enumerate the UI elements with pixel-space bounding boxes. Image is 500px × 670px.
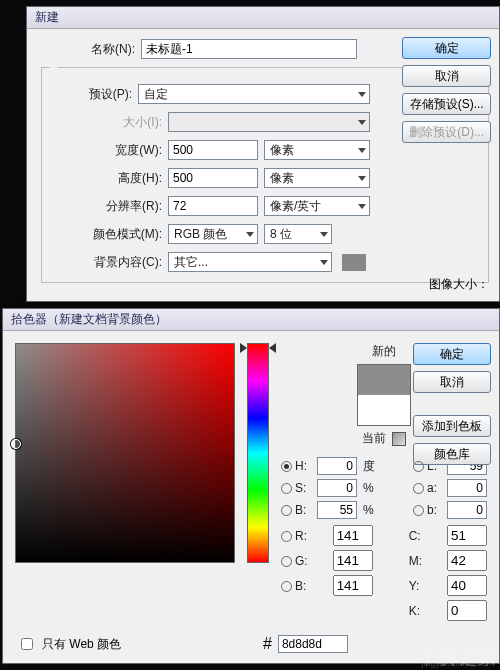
hex-input[interactable]	[278, 635, 348, 653]
m-label: M:	[409, 554, 439, 568]
size-label: 大小(I):	[52, 114, 162, 131]
radio-bc[interactable]	[281, 581, 292, 592]
add-swatch-button[interactable]: 添加到色板	[413, 415, 491, 437]
s-input[interactable]	[317, 479, 357, 497]
current-label: 当前	[362, 430, 386, 447]
preset-select[interactable]: 自定	[138, 84, 370, 104]
width-input[interactable]	[168, 140, 258, 160]
picker-ring-icon	[11, 439, 21, 449]
background-select[interactable]: 其它...	[168, 252, 332, 272]
new-dialog-buttons: 确定 取消 存储预设(S)... 删除预设(D)...	[402, 37, 491, 143]
preview-new	[358, 365, 410, 395]
resolution-label: 分辨率(R):	[52, 198, 162, 215]
width-label: 宽度(W):	[52, 142, 162, 159]
resolution-unit-select[interactable]: 像素/英寸	[264, 196, 370, 216]
bv-input[interactable]	[317, 501, 357, 519]
picker-ok-button[interactable]: 确定	[413, 343, 491, 365]
hex-label: #	[263, 635, 272, 653]
b-input[interactable]	[447, 501, 487, 519]
chevron-down-icon	[358, 120, 366, 125]
h-input[interactable]	[317, 457, 357, 475]
chevron-down-icon	[358, 204, 366, 209]
radio-l[interactable]	[413, 461, 424, 472]
name-label: 名称(N):	[41, 41, 135, 58]
new-label: 新的	[372, 343, 396, 360]
cube-icon[interactable]	[392, 432, 406, 446]
background-label: 背景内容(C):	[52, 254, 162, 271]
radio-b[interactable]	[413, 505, 424, 516]
bc-input[interactable]	[333, 575, 373, 596]
colormode-select[interactable]: RGB 颜色	[168, 224, 258, 244]
radio-g[interactable]	[281, 556, 292, 567]
picker-cancel-button[interactable]: 取消	[413, 371, 491, 393]
c-input[interactable]	[447, 525, 487, 546]
chevron-down-icon	[358, 176, 366, 181]
height-label: 高度(H):	[52, 170, 162, 187]
unit-deg: 度	[363, 458, 383, 475]
delete-preset-button: 删除预设(D)...	[402, 121, 491, 143]
size-select	[168, 112, 370, 132]
unit-pct: %	[363, 481, 383, 495]
name-input[interactable]	[141, 39, 357, 59]
chevron-down-icon	[320, 232, 328, 237]
colormode-label: 颜色模式(M):	[52, 226, 162, 243]
radio-r[interactable]	[281, 531, 292, 542]
cancel-button[interactable]: 取消	[402, 65, 491, 87]
chevron-down-icon	[320, 260, 328, 265]
preview-current	[358, 395, 410, 425]
color-preview	[357, 364, 411, 426]
radio-h[interactable]	[281, 461, 292, 472]
preset-label: 预设(P):	[52, 86, 132, 103]
background-swatch[interactable]	[342, 254, 366, 271]
a-input[interactable]	[447, 479, 487, 497]
radio-s[interactable]	[281, 483, 292, 494]
radio-bv[interactable]	[281, 505, 292, 516]
chevron-down-icon	[358, 148, 366, 153]
unit-pct2: %	[363, 503, 383, 517]
picker-buttons: 确定 取消 添加到色板 颜色库	[413, 343, 491, 465]
web-only-checkbox[interactable]	[21, 638, 33, 650]
k-input[interactable]	[447, 600, 487, 621]
chevron-down-icon	[358, 92, 366, 97]
dialog-title: 新建	[27, 7, 499, 29]
bits-select[interactable]: 8 位	[264, 224, 332, 244]
height-unit-select[interactable]: 像素	[264, 168, 370, 188]
y-label: Y:	[409, 579, 439, 593]
image-size-label: 图像大小：	[429, 276, 489, 293]
hue-slider[interactable]	[247, 343, 269, 563]
save-preset-button[interactable]: 存储预设(S)...	[402, 93, 491, 115]
color-picker-dialog: 拾色器（新建文档背景颜色） 确定 取消 添加到色板 颜色库 新的 当前	[2, 308, 500, 664]
saturation-value-field[interactable]	[15, 343, 235, 563]
ok-button[interactable]: 确定	[402, 37, 491, 59]
width-unit-select[interactable]: 像素	[264, 140, 370, 160]
y-input[interactable]	[447, 575, 487, 596]
c-label: C:	[409, 529, 439, 543]
m-input[interactable]	[447, 550, 487, 571]
resolution-input[interactable]	[168, 196, 258, 216]
k-label: K:	[409, 604, 439, 618]
g-input[interactable]	[333, 550, 373, 571]
color-library-button[interactable]: 颜色库	[413, 443, 491, 465]
picker-title: 拾色器（新建文档背景颜色）	[3, 309, 499, 331]
web-only-label: 只有 Web 颜色	[42, 636, 121, 653]
new-document-dialog: 新建 名称(N): 预设(P): 自定 大小(I): 宽度(W): 像素 高度(…	[26, 6, 500, 302]
r-input[interactable]	[333, 525, 373, 546]
height-input[interactable]	[168, 168, 258, 188]
radio-a[interactable]	[413, 483, 424, 494]
chevron-down-icon	[246, 232, 254, 237]
